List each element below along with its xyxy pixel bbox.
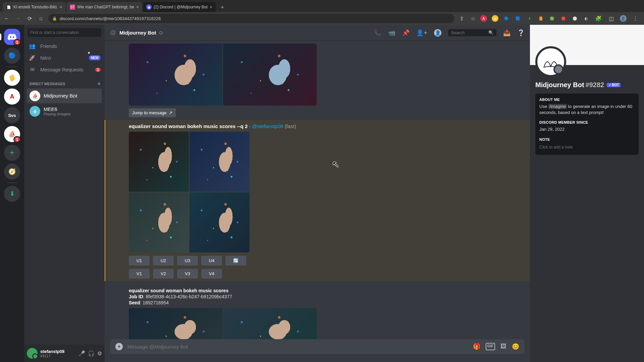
upscale-button-row: U1 U2 U3 U4 🔄 — [129, 256, 525, 265]
explore-servers-button[interactable]: 🧭 — [4, 164, 20, 180]
dm-name-midjourney: Midjourney Bot — [44, 93, 77, 99]
nitro-tab[interactable]: 🚀 Nitro NEW ✦ — [24, 52, 105, 64]
ext-icon-3[interactable]: 🔵 — [503, 15, 510, 22]
browser-tab-3[interactable]: ◉ (2) Discord | @Midjourney Bot × — [143, 2, 216, 12]
user-settings-button[interactable]: ⚙ — [97, 350, 102, 357]
guild-separator-2 — [7, 182, 17, 183]
guild-sidebar: 1 🔵 🖐 A Svs ⛵ 1 + 🧭 ⬇ — [0, 25, 24, 362]
v1-button[interactable]: V1 — [129, 269, 150, 279]
ext-icon-7[interactable]: 🟢 — [549, 15, 555, 22]
tab-close-3[interactable]: × — [210, 4, 212, 10]
home-button[interactable]: ⌂ — [37, 15, 45, 21]
image-grid-main[interactable] — [129, 132, 250, 252]
reload-button[interactable]: ⟳ — [25, 15, 34, 22]
gif-button[interactable]: GIF — [486, 343, 495, 350]
profile-discriminator: #9282 — [586, 81, 604, 89]
home-badge: 1 — [13, 39, 21, 46]
help-button[interactable]: ❔ — [517, 29, 525, 37]
add-server-button[interactable]: + — [4, 145, 20, 161]
ext-icon-9[interactable]: ⚪ — [572, 15, 578, 22]
download-apps-button[interactable]: ⬇ — [4, 186, 20, 202]
u4-button[interactable]: U4 — [201, 256, 222, 265]
guild-svs[interactable]: Svs — [4, 107, 20, 123]
image-grid-prev[interactable] — [129, 44, 317, 106]
messages-scroll[interactable]: Jump to message ↗ equalizer sound woman … — [105, 41, 530, 339]
menu-icon[interactable]: ⋮ — [631, 15, 639, 22]
dm-channel-mee6[interactable]: ◉ MEE6 Playing /imagine — [27, 104, 102, 119]
attach-button[interactable]: + — [115, 343, 123, 350]
note-input[interactable]: Click to add a note — [539, 143, 635, 151]
ext-icon-8[interactable]: 🔴 — [560, 15, 567, 22]
bot-badge: ✓ BOT — [607, 83, 621, 87]
browser-tab-1[interactable]: 📄 KI erstellt Tonstudio-Bild. × — [3, 2, 66, 12]
ext-icon-10[interactable]: ◐ — [583, 15, 590, 22]
sidepanel-icon[interactable]: ◫ — [607, 15, 615, 22]
v4-button[interactable]: V4 — [201, 269, 222, 279]
share-icon[interactable]: ⇪ — [458, 15, 466, 22]
prompt-mention[interactable]: @stefanstp08 — [252, 123, 283, 129]
url-text: discord.com/channels/@me/106344374919731… — [60, 16, 161, 21]
url-bar[interactable]: 🔒 discord.com/channels/@me/1063443749197… — [48, 14, 454, 23]
forward-button[interactable]: → — [14, 15, 22, 21]
reroll-button[interactable]: 🔄 — [225, 256, 246, 265]
deafen-button[interactable]: 🎧 — [88, 350, 95, 357]
guild-4[interactable]: A — [4, 88, 20, 105]
u3-button[interactable]: U3 — [177, 256, 198, 265]
lock-icon: 🔒 — [52, 16, 57, 21]
emoji-button[interactable]: 😊 — [512, 343, 519, 350]
nitro-sparkle-icon: ✦ — [87, 51, 91, 55]
search-input[interactable]: Search 🔍 — [448, 29, 496, 36]
tab-title-3: (2) Discord | @Midjourney Bot — [154, 5, 208, 9]
browser-tab-2[interactable]: ST Wie man ChatGPT beibringt, be × — [66, 2, 142, 12]
pinned-messages-button[interactable]: 📌 — [402, 29, 410, 37]
message-requests-tab[interactable]: ✉ Message Requests 1 — [24, 64, 105, 75]
bookmark-icon[interactable]: ☆ — [469, 15, 477, 22]
ext-icon-6[interactable]: 📙 — [537, 15, 544, 22]
voice-call-button[interactable]: 📞 — [374, 29, 381, 37]
extensions-tray: A ▣ 🔵 🟦 ⬇ 📙 🟢 🔴 ⚪ ◐ 🧩 ◫ 👤 ⋮ — [480, 15, 641, 22]
mute-mic-button[interactable]: 🎤 — [78, 350, 85, 357]
guild-mj-badge: 1 — [13, 136, 21, 143]
tab-close-1[interactable]: × — [60, 4, 62, 10]
chat-header: @ Midjourney Bot 📞 📹 📌 👤+ 👤 Search 🔍 📥 ❔ — [105, 25, 530, 41]
ext-icon-4[interactable]: 🟦 — [515, 15, 521, 22]
profile-avatar-icon[interactable]: 👤 — [620, 15, 627, 22]
favicon-3: ◉ — [146, 4, 152, 10]
ext-icon-2[interactable]: ▣ — [492, 15, 498, 22]
friends-tab[interactable]: 👥 Friends — [24, 40, 105, 52]
guild-3[interactable]: 🖐 — [4, 70, 20, 86]
chat-input[interactable]: + Message @Midjourney Bot 🎁 GIF 🖼 😊 — [110, 339, 525, 354]
chat-title: Midjourney Bot — [119, 30, 156, 36]
v2-button[interactable]: V2 — [153, 269, 174, 279]
guild-mj-pill: ⛵ 1 — [4, 126, 20, 142]
new-tab-button[interactable]: + — [218, 3, 227, 12]
dm-channel-midjourney[interactable]: ⛵ Midjourney Bot — [27, 88, 102, 103]
user-name: stefanstp08 — [40, 349, 64, 354]
user-avatar[interactable] — [27, 348, 38, 359]
u2-button[interactable]: U2 — [153, 256, 174, 265]
reroll-icon: 🔄 — [233, 258, 238, 263]
create-dm-button[interactable]: + — [98, 81, 101, 87]
friends-label: Friends — [40, 43, 57, 49]
ext-icon-1[interactable]: A — [480, 15, 487, 22]
extensions-icon[interactable]: 🧩 — [594, 15, 602, 22]
tab-close-2[interactable]: × — [136, 4, 139, 10]
search-icon: 🔍 — [488, 30, 494, 35]
add-friends-button[interactable]: 👤+ — [416, 29, 427, 37]
gift-button[interactable]: 🎁 — [473, 343, 480, 350]
u1-button[interactable]: U1 — [129, 256, 150, 265]
sticker-button[interactable]: 🖼 — [500, 343, 506, 350]
user-profile-button[interactable]: 👤 — [434, 29, 441, 37]
guild-2[interactable]: 🔵 — [4, 48, 20, 64]
ext-icon-5[interactable]: ⬇ — [526, 15, 533, 22]
video-call-button[interactable]: 📹 — [388, 29, 395, 37]
inbox-button[interactable]: 📥 — [503, 29, 511, 37]
jump-to-message-button[interactable]: Jump to message ↗ — [129, 108, 176, 117]
image-grid-next[interactable] — [129, 308, 317, 339]
dm-search-input[interactable]: Find or start a conversation — [28, 28, 101, 37]
user-info[interactable]: stefanstp08 #3117 — [40, 349, 64, 358]
member-since-date: Jan 29, 2022 — [539, 126, 635, 132]
profile-avatar[interactable] — [535, 46, 566, 77]
v3-button[interactable]: V3 — [177, 269, 198, 279]
back-button[interactable]: ← — [3, 15, 11, 21]
